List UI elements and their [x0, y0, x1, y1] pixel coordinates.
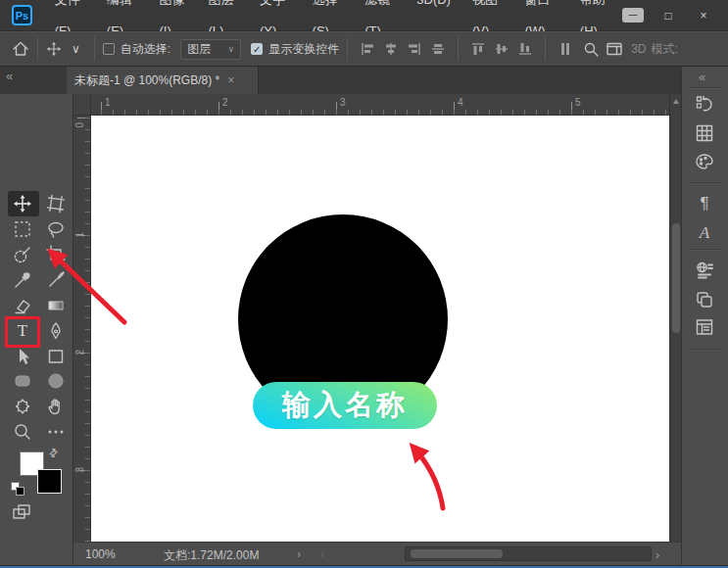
name-button[interactable]: 输入名称	[253, 382, 437, 429]
more-dots-icon	[46, 422, 66, 442]
separator	[37, 37, 38, 61]
maximize-button[interactable]: □	[657, 9, 679, 23]
quick-selection-tool[interactable]	[13, 245, 32, 264]
custom-shape-tool[interactable]	[13, 397, 32, 416]
document-info: 文档:1.72M/2.00M	[164, 547, 259, 564]
distribute-horizontal-icon[interactable]	[558, 41, 573, 57]
document-canvas[interactable]: 输入名称	[91, 116, 669, 542]
status-next-icon[interactable]: ›	[297, 547, 301, 561]
eyedropper-tool[interactable]	[13, 270, 32, 290]
hand-tool[interactable]	[46, 397, 66, 416]
close-button[interactable]: ×	[693, 9, 714, 23]
align-top-icon[interactable]	[470, 41, 486, 57]
horizontal-scrollbar[interactable]	[405, 546, 652, 561]
horizontal-ruler: 1 2 3 4 5	[91, 94, 669, 116]
layer-comps-panel-icon[interactable]	[695, 290, 714, 309]
pen-tool[interactable]	[46, 321, 66, 341]
status-bar: 100% 文档:1.72M/2.00M › ‹ ›	[73, 542, 681, 565]
background-color-swatch[interactable]	[37, 469, 62, 494]
collapse-toolbar-icon[interactable]: «	[6, 70, 13, 83]
history-panel-icon[interactable]	[695, 94, 714, 114]
ellipse-tool[interactable]	[46, 371, 66, 391]
rectangle-icon	[46, 347, 66, 366]
ruler-label: 5	[575, 97, 581, 108]
edit-toolbar-tool[interactable]	[46, 422, 66, 442]
rectangle-tool[interactable]	[46, 347, 66, 366]
show-transform-checkbox[interactable]: ✓	[251, 43, 263, 55]
workspace-icon[interactable]	[606, 41, 623, 57]
crop-tool[interactable]	[46, 245, 66, 264]
ellipse-icon	[46, 371, 66, 391]
move-icon	[13, 194, 32, 213]
auto-select-label: 自动选择:	[121, 41, 170, 58]
separator	[545, 37, 546, 61]
lasso-tool[interactable]	[46, 219, 66, 239]
brush-tool[interactable]	[46, 270, 66, 290]
separator	[458, 37, 459, 61]
home-icon[interactable]	[12, 40, 29, 58]
rounded-rectangle-tool[interactable]	[13, 371, 32, 391]
ruler-label: 2	[74, 346, 85, 355]
status-prev-icon[interactable]: ‹	[320, 547, 324, 561]
scroll-right-icon[interactable]: ›	[655, 547, 659, 562]
distribute-vertical-center-icon[interactable]	[430, 41, 446, 57]
align-right-icon[interactable]	[407, 41, 422, 57]
align-bottom-icon[interactable]	[517, 41, 533, 57]
threed-mode-label: 3D	[631, 42, 646, 56]
swap-colors-icon[interactable]: ⇄	[46, 446, 62, 461]
collapse-dock-icon[interactable]: «	[699, 71, 705, 84]
tools-panel: T ⇄	[0, 94, 73, 565]
eraser-tool[interactable]	[13, 296, 32, 315]
layer-select-value: 图层	[187, 41, 211, 58]
color-panel-icon[interactable]	[695, 152, 714, 171]
document-tab[interactable]: 未标题-1 @ 100%(RGB/8) * ×	[67, 67, 259, 94]
gradient-tool[interactable]	[46, 296, 66, 315]
scroll-up-icon[interactable]	[673, 99, 679, 104]
options-bar: ∨ 自动选择: 图层 ∨ ✓ 显示变换控件 3D 模式:	[0, 31, 728, 67]
swatches-panel-icon[interactable]	[695, 123, 714, 143]
character-panel-icon[interactable]: A	[695, 223, 714, 243]
dock-separator	[690, 87, 721, 89]
artboard-tool[interactable]	[46, 194, 66, 213]
separator	[347, 37, 348, 61]
screen-mode-tool[interactable]	[12, 503, 31, 523]
align-center-vertical-icon[interactable]	[494, 41, 510, 57]
default-colors-icon-back	[16, 487, 24, 496]
search-icon[interactable]	[583, 41, 600, 58]
tab-bar: « 未标题-1 @ 100%(RGB/8) * ×	[0, 67, 728, 94]
pen-icon	[46, 321, 66, 341]
custom-shape-icon	[13, 397, 32, 416]
vertical-scrollbar[interactable]	[669, 94, 681, 542]
align-left-icon[interactable]	[360, 41, 375, 57]
horizontal-scrollbar-thumb[interactable]	[411, 549, 503, 558]
chevron-down-icon: ∨	[228, 44, 235, 54]
show-transform-label: 显示变换控件	[268, 41, 339, 58]
gradient-icon	[46, 296, 66, 315]
photoshop-window: Ps 文件(F) 编辑(E) 图像(I) 图层(L) 文字(Y) 选择(S) 滤…	[0, 0, 728, 568]
libraries-panel-icon[interactable]	[695, 260, 714, 280]
move-tool[interactable]	[13, 194, 32, 213]
auto-select-checkbox[interactable]	[103, 43, 115, 55]
vertical-scrollbar-thumb[interactable]	[672, 223, 680, 333]
zoom-tool[interactable]	[13, 422, 32, 442]
ps-logo-icon: Ps	[12, 5, 32, 25]
paragraph-panel-icon[interactable]: ¶	[695, 194, 714, 213]
tab-close-icon[interactable]: ×	[227, 73, 234, 87]
selection-arrow-icon	[13, 347, 32, 366]
zoom-level[interactable]: 100%	[85, 547, 116, 561]
layers-panel-icon[interactable]	[695, 317, 714, 337]
ruler-corner	[73, 94, 91, 116]
minimize-button[interactable]: ─	[622, 8, 644, 23]
brush-icon	[46, 270, 66, 290]
eyedropper-icon	[13, 270, 32, 290]
menu-bar: Ps 文件(F) 编辑(E) 图像(I) 图层(L) 文字(Y) 选择(S) 滤…	[0, 0, 728, 31]
move-tool-icon[interactable]: ∨	[46, 39, 86, 60]
rounded-rectangle-icon	[13, 371, 32, 391]
layer-select[interactable]: 图层 ∨	[180, 39, 241, 60]
align-center-horizontal-icon[interactable]	[383, 41, 399, 57]
dock-separator	[690, 349, 721, 351]
type-tool-highlight-box	[5, 316, 40, 348]
path-selection-tool[interactable]	[13, 347, 32, 366]
rectangular-marquee-tool[interactable]	[13, 219, 32, 239]
marquee-icon	[13, 219, 32, 239]
